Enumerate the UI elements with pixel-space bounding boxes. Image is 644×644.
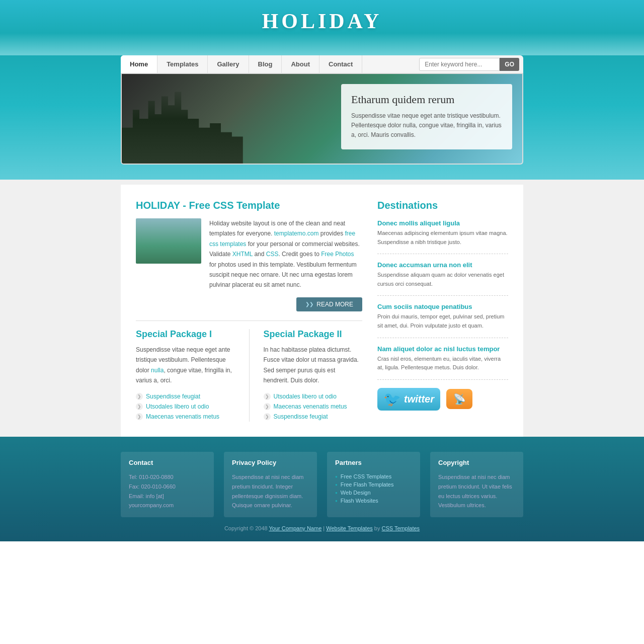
rss-icon[interactable]: 📡 [446,389,472,409]
dest-desc-3: Proin dui mauris, tempor eget, pulvinar … [377,312,508,330]
social-icons: 🐦 twitter 📡 [377,388,508,411]
site-title: HOLIDAY [0,9,644,33]
partner-link-2[interactable]: Free Flash Templates [341,481,394,488]
search-button[interactable]: GO [500,58,519,71]
nav-item-home[interactable]: Home [121,55,157,73]
search-area: GO [419,58,523,71]
dest-desc-1: Maecenas adipiscing elementum ipsum vita… [377,229,508,247]
partner-link-4[interactable]: Flash Websites [341,498,378,504]
twitter-icon[interactable]: 🐦 twitter [377,388,440,411]
main-area: HOLIDAY - Free CSS Template Holiday webs… [0,180,644,437]
nav-container: Home Templates Gallery Blog About Contac… [121,55,523,74]
package-1-text: Suspendisse vitae neque eget ante tristi… [136,345,235,386]
partner-item-1[interactable]: Free CSS Templates [335,472,412,480]
hero-body: Suspendisse vitae neque eget ante tristi… [351,111,502,140]
footer-bottom: Copyright © 2048 Your Company Name | Web… [121,525,523,531]
footer-contact-tel: Tel: 010-020-0880Fax: 020-010-0660Email:… [129,472,206,510]
dest-link-3[interactable]: Cum sociis natoque penatibus [377,303,508,310]
left-column: HOLIDAY - Free CSS Template Holiday webs… [136,200,362,422]
partner-item-4[interactable]: Flash Websites [335,497,412,505]
nav-item-contact[interactable]: Contact [319,55,362,73]
dest-desc-2: Suspendisse aliquam quam ac dolor venena… [377,271,508,288]
dest-item-1: Donec mollis aliquet ligula Maecenas adi… [377,219,508,254]
dest-desc-4: Cras nisl eros, elementum eu, iaculis vi… [377,355,508,372]
package-divider [249,329,250,422]
two-column-layout: HOLIDAY - Free CSS Template Holiday webs… [136,200,508,422]
dest-item-3: Cum sociis natoque penatibus Proin dui m… [377,303,508,338]
footer-copyright-title: Copyright [438,459,515,466]
templatemo-link[interactable]: templatemo.com [274,230,319,237]
article-text: Holiday website layout is one of the cle… [209,218,362,290]
company-name-link[interactable]: Your Company Name [269,525,322,531]
hero-banner: Etharum quidem rerum Suspendisse vitae n… [121,74,523,165]
footer-partners-list: Free CSS Templates Free Flash Templates … [335,472,412,505]
article-thumb-inner [136,218,201,264]
css-templates-link[interactable]: CSS Templates [382,525,420,531]
dest-item-4: Nam aliquet dolor ac nisl luctus tempor … [377,345,508,380]
website-templates-link[interactable]: Website Templates [326,525,373,531]
footer: Contact Tel: 010-020-0880Fax: 020-010-06… [0,437,644,541]
twitter-text: twitter [404,393,434,405]
nav-item-blog[interactable]: Blog [249,55,282,73]
footer-col-privacy: Privacy Policy Suspendisse at nisi nec d… [224,452,317,517]
package-1-item-1[interactable]: Suspendisse feugiat [136,391,235,401]
package-1-item-2[interactable]: Utsodales libero ut odio [136,401,235,412]
rss-symbol: 📡 [453,393,466,405]
partner-link-3[interactable]: Web Design [341,490,371,496]
package1-link[interactable]: nulla [151,367,164,374]
footer-privacy-text: Suspendisse at nisi nec diam pretium tin… [232,472,309,510]
dest-link-2[interactable]: Donec accumsan urna non elit [377,261,508,269]
footer-inner: Contact Tel: 010-020-0880Fax: 020-010-06… [121,452,523,517]
package-1-list: Suspendisse feugiat Utsodales libero ut … [136,391,235,422]
dest-item-2: Donec accumsan urna non elit Suspendisse… [377,261,508,296]
divider [136,320,362,321]
dest-link-4[interactable]: Nam aliquet dolor ac nisl luctus tempor [377,345,508,353]
hero-heading: Etharum quidem rerum [351,93,502,106]
footer-partners-title: Partners [335,459,412,466]
free-photos-link[interactable]: Free Photos [321,251,354,258]
hero-text-box: Etharum quidem rerum Suspendisse vitae n… [341,84,512,149]
package-1-item-3[interactable]: Maecenas venenatis metus [136,412,235,422]
nav-links: Home Templates Gallery Blog About Contac… [121,55,362,73]
package-2-item-1[interactable]: Utsodales libero ut odio [264,391,363,401]
package-2-item-2[interactable]: Maecenas venenatis metus [264,401,363,412]
package-2: Special Package II In hac habitasse plat… [264,329,363,422]
package-2-title: Special Package II [264,329,363,340]
destinations-title: Destinations [377,200,508,211]
css-link[interactable]: CSS [266,251,279,258]
article-thumbnail [136,218,201,264]
xhtml-link[interactable]: XHTML [232,251,253,258]
read-more-button[interactable]: READ MORE [296,297,362,311]
read-more-area: READ MORE [136,297,362,311]
package-1: Special Package I Suspendisse vitae nequ… [136,329,235,422]
nav-item-about[interactable]: About [282,55,319,73]
dest-link-1[interactable]: Donec mollis aliquet ligula [377,219,508,227]
search-input[interactable] [419,58,500,71]
package-2-list: Utsodales libero ut odio Maecenas venena… [264,391,363,422]
header: HOLIDAY [0,0,644,55]
right-column: Destinations Donec mollis aliquet ligula… [377,200,508,422]
article-title: HOLIDAY - Free CSS Template [136,200,362,211]
nav-item-gallery[interactable]: Gallery [208,55,249,73]
footer-col-partners: Partners Free CSS Templates Free Flash T… [327,452,420,517]
partner-link-1[interactable]: Free CSS Templates [341,473,391,479]
footer-privacy-title: Privacy Policy [232,459,309,466]
packages-row: Special Package I Suspendisse vitae nequ… [136,329,362,422]
footer-contact-title: Contact [129,459,206,466]
footer-copyright-text: Suspendisse at nisi nec diam pretium tin… [438,472,515,510]
nav-wrapper: Home Templates Gallery Blog About Contac… [0,55,644,180]
package-1-title: Special Package I [136,329,235,340]
partner-item-2[interactable]: Free Flash Templates [335,480,412,489]
article-area: Holiday website layout is one of the cle… [136,218,362,290]
footer-col-copyright: Copyright Suspendisse at nisi nec diam p… [430,452,523,517]
package-2-item-3[interactable]: Suspendisse feugiat [264,412,363,422]
footer-col-contact: Contact Tel: 010-020-0880Fax: 020-010-06… [121,452,214,517]
content-wrapper: HOLIDAY - Free CSS Template Holiday webs… [121,185,523,437]
partner-item-3[interactable]: Web Design [335,489,412,497]
package-2-text: In hac habitasse platea dictumst. Fusce … [264,345,363,386]
nav-item-templates[interactable]: Templates [157,55,208,73]
